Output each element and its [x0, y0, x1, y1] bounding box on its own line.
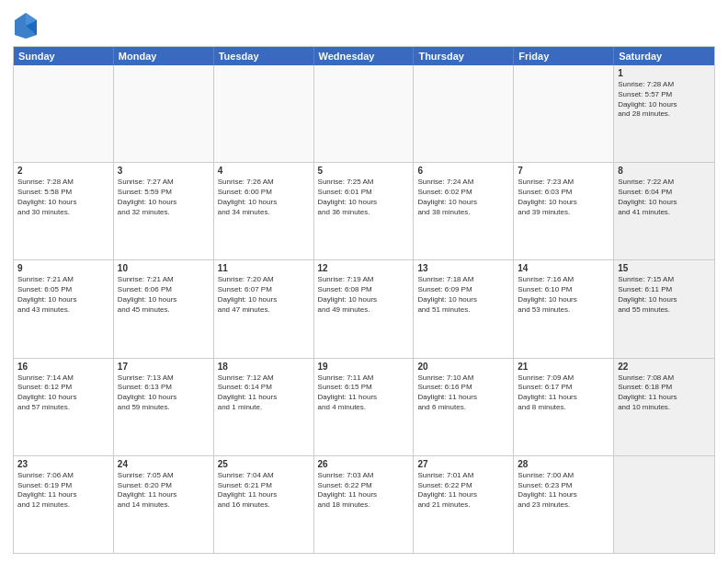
day-info: Sunrise: 7:22 AM Sunset: 6:04 PM Dayligh…: [618, 178, 711, 217]
day-number: 12: [318, 263, 410, 273]
week-row-3: 16Sunrise: 7:14 AM Sunset: 6:12 PM Dayli…: [14, 358, 714, 455]
cal-cell-w2d3: 12Sunrise: 7:19 AM Sunset: 6:08 PM Dayli…: [314, 260, 415, 357]
day-info: Sunrise: 7:13 AM Sunset: 6:13 PM Dayligh…: [118, 373, 210, 413]
day-info: Sunrise: 7:21 AM Sunset: 6:05 PM Dayligh…: [17, 275, 109, 315]
day-info: Sunrise: 7:26 AM Sunset: 6:00 PM Dayligh…: [218, 178, 310, 217]
cal-cell-w3d4: 20Sunrise: 7:10 AM Sunset: 6:16 PM Dayli…: [414, 359, 514, 455]
day-number: 2: [17, 166, 109, 176]
cal-cell-w0d4: [414, 65, 514, 162]
day-number: 4: [218, 166, 310, 176]
day-info: Sunrise: 7:10 AM Sunset: 6:16 PM Dayligh…: [417, 373, 509, 413]
day-info: Sunrise: 7:28 AM Sunset: 5:58 PM Dayligh…: [17, 178, 109, 217]
cal-cell-w0d1: [114, 65, 214, 162]
day-info: Sunrise: 7:20 AM Sunset: 6:07 PM Dayligh…: [218, 275, 310, 315]
cal-cell-w0d3: [314, 65, 415, 162]
day-info: Sunrise: 7:05 AM Sunset: 6:20 PM Dayligh…: [118, 471, 210, 511]
cal-cell-w1d4: 6Sunrise: 7:24 AM Sunset: 6:02 PM Daylig…: [414, 163, 514, 259]
cal-cell-w3d6: 22Sunrise: 7:08 AM Sunset: 6:18 PM Dayli…: [614, 359, 714, 455]
cal-cell-w1d6: 8Sunrise: 7:22 AM Sunset: 6:04 PM Daylig…: [614, 163, 714, 259]
day-info: Sunrise: 7:14 AM Sunset: 6:12 PM Dayligh…: [17, 373, 109, 413]
day-number: 24: [118, 459, 210, 469]
logo: [13, 11, 39, 40]
day-number: 26: [318, 459, 410, 469]
day-info: Sunrise: 7:04 AM Sunset: 6:21 PM Dayligh…: [218, 471, 310, 511]
day-number: 11: [218, 263, 310, 273]
day-info: Sunrise: 7:06 AM Sunset: 6:19 PM Dayligh…: [17, 471, 109, 511]
cal-cell-w4d5: 28Sunrise: 7:00 AM Sunset: 6:23 PM Dayli…: [514, 456, 614, 553]
day-number: 19: [318, 362, 410, 372]
day-info: Sunrise: 7:18 AM Sunset: 6:09 PM Dayligh…: [417, 275, 509, 315]
day-info: Sunrise: 7:12 AM Sunset: 6:14 PM Dayligh…: [218, 373, 310, 413]
day-info: Sunrise: 7:09 AM Sunset: 6:17 PM Dayligh…: [518, 373, 609, 413]
calendar-header: SundayMondayTuesdayWednesdayThursdayFrid…: [14, 47, 714, 65]
cal-cell-w4d1: 24Sunrise: 7:05 AM Sunset: 6:20 PM Dayli…: [114, 456, 214, 553]
cal-cell-w2d6: 15Sunrise: 7:15 AM Sunset: 6:11 PM Dayli…: [614, 260, 714, 357]
cal-cell-w4d0: 23Sunrise: 7:06 AM Sunset: 6:19 PM Dayli…: [14, 456, 114, 553]
day-info: Sunrise: 7:28 AM Sunset: 5:57 PM Dayligh…: [618, 80, 711, 120]
header-day-friday: Friday: [514, 47, 614, 65]
cal-cell-w3d1: 17Sunrise: 7:13 AM Sunset: 6:13 PM Dayli…: [114, 359, 214, 455]
day-info: Sunrise: 7:23 AM Sunset: 6:03 PM Dayligh…: [518, 178, 609, 217]
day-number: 28: [518, 459, 609, 469]
page: SundayMondayTuesdayWednesdayThursdayFrid…: [0, 0, 728, 563]
day-number: 25: [218, 459, 310, 469]
day-number: 16: [17, 362, 109, 372]
cal-cell-w0d5: [514, 65, 614, 162]
cal-cell-w4d4: 27Sunrise: 7:01 AM Sunset: 6:22 PM Dayli…: [414, 456, 514, 553]
header-day-tuesday: Tuesday: [214, 47, 314, 65]
week-row-1: 2Sunrise: 7:28 AM Sunset: 5:58 PM Daylig…: [14, 162, 714, 259]
cal-cell-w2d0: 9Sunrise: 7:21 AM Sunset: 6:05 PM Daylig…: [14, 260, 114, 357]
cal-cell-w2d1: 10Sunrise: 7:21 AM Sunset: 6:06 PM Dayli…: [114, 260, 214, 357]
cal-cell-w1d2: 4Sunrise: 7:26 AM Sunset: 6:00 PM Daylig…: [214, 163, 314, 259]
cal-cell-w1d1: 3Sunrise: 7:27 AM Sunset: 5:59 PM Daylig…: [114, 163, 214, 259]
day-info: Sunrise: 7:27 AM Sunset: 5:59 PM Dayligh…: [118, 178, 210, 217]
header-day-thursday: Thursday: [414, 47, 514, 65]
day-number: 20: [417, 362, 509, 372]
cal-cell-w1d0: 2Sunrise: 7:28 AM Sunset: 5:58 PM Daylig…: [14, 163, 114, 259]
cal-cell-w1d5: 7Sunrise: 7:23 AM Sunset: 6:03 PM Daylig…: [514, 163, 614, 259]
header: [13, 11, 715, 40]
day-info: Sunrise: 7:08 AM Sunset: 6:18 PM Dayligh…: [618, 373, 711, 413]
header-day-sunday: Sunday: [14, 47, 114, 65]
day-number: 27: [417, 459, 509, 469]
header-day-saturday: Saturday: [614, 47, 714, 65]
cal-cell-w0d6: 1Sunrise: 7:28 AM Sunset: 5:57 PM Daylig…: [614, 65, 714, 162]
day-info: Sunrise: 7:00 AM Sunset: 6:23 PM Dayligh…: [518, 471, 609, 511]
cal-cell-w1d3: 5Sunrise: 7:25 AM Sunset: 6:01 PM Daylig…: [314, 163, 415, 259]
cal-cell-w3d2: 18Sunrise: 7:12 AM Sunset: 6:14 PM Dayli…: [214, 359, 314, 455]
day-number: 18: [218, 362, 310, 372]
calendar: SundayMondayTuesdayWednesdayThursdayFrid…: [13, 46, 715, 554]
day-number: 23: [17, 459, 109, 469]
day-number: 13: [417, 263, 509, 273]
day-info: Sunrise: 7:15 AM Sunset: 6:11 PM Dayligh…: [618, 275, 711, 315]
calendar-body: 1Sunrise: 7:28 AM Sunset: 5:57 PM Daylig…: [14, 65, 714, 553]
week-row-4: 23Sunrise: 7:06 AM Sunset: 6:19 PM Dayli…: [14, 455, 714, 553]
day-number: 17: [118, 362, 210, 372]
cal-cell-w0d2: [214, 65, 314, 162]
day-number: 15: [618, 263, 711, 273]
day-info: Sunrise: 7:19 AM Sunset: 6:08 PM Dayligh…: [318, 275, 410, 315]
cal-cell-w4d6: [614, 456, 714, 553]
day-info: Sunrise: 7:03 AM Sunset: 6:22 PM Dayligh…: [318, 471, 410, 511]
week-row-0: 1Sunrise: 7:28 AM Sunset: 5:57 PM Daylig…: [14, 65, 714, 162]
day-number: 1: [618, 68, 711, 78]
day-number: 6: [417, 166, 509, 176]
cal-cell-w2d2: 11Sunrise: 7:20 AM Sunset: 6:07 PM Dayli…: [214, 260, 314, 357]
day-info: Sunrise: 7:21 AM Sunset: 6:06 PM Dayligh…: [118, 275, 210, 315]
week-row-2: 9Sunrise: 7:21 AM Sunset: 6:05 PM Daylig…: [14, 259, 714, 357]
day-number: 22: [618, 362, 711, 372]
cal-cell-w3d0: 16Sunrise: 7:14 AM Sunset: 6:12 PM Dayli…: [14, 359, 114, 455]
day-number: 3: [118, 166, 210, 176]
day-number: 7: [518, 166, 609, 176]
day-number: 8: [618, 166, 711, 176]
cal-cell-w2d4: 13Sunrise: 7:18 AM Sunset: 6:09 PM Dayli…: [414, 260, 514, 357]
logo-icon: [13, 11, 39, 40]
cal-cell-w4d2: 25Sunrise: 7:04 AM Sunset: 6:21 PM Dayli…: [214, 456, 314, 553]
header-day-wednesday: Wednesday: [314, 47, 415, 65]
day-number: 9: [17, 263, 109, 273]
day-info: Sunrise: 7:01 AM Sunset: 6:22 PM Dayligh…: [417, 471, 509, 511]
day-number: 14: [518, 263, 609, 273]
day-info: Sunrise: 7:25 AM Sunset: 6:01 PM Dayligh…: [318, 178, 410, 217]
day-info: Sunrise: 7:11 AM Sunset: 6:15 PM Dayligh…: [318, 373, 410, 413]
cal-cell-w3d5: 21Sunrise: 7:09 AM Sunset: 6:17 PM Dayli…: [514, 359, 614, 455]
